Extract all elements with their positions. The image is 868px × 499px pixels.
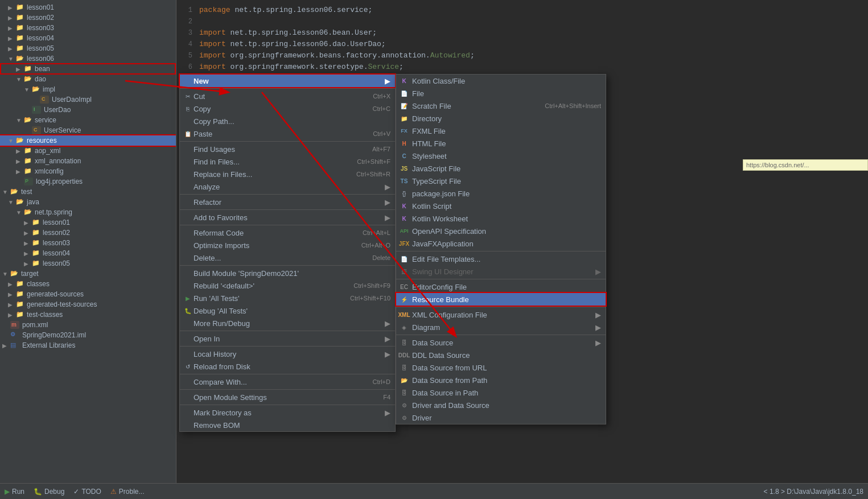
menu-item-local-history[interactable]: Local History ▶ <box>180 348 395 360</box>
new-menu-ds-in-path[interactable]: 🗄 Data Source in Path <box>396 386 606 399</box>
tree-arrow: ▼ <box>16 117 24 123</box>
tree-item-gen-sources[interactable]: ▶ 📁 generated-sources <box>0 289 176 299</box>
tree-item-dao[interactable]: ▼ 📂 dao <box>0 74 176 84</box>
menu-item-build[interactable]: Build Module 'SpringDemo2021' <box>180 267 395 279</box>
tree-item-log4j[interactable]: P log4j.properties <box>0 176 176 187</box>
new-menu-kotlin-script[interactable]: K Kotlin Script <box>396 200 606 212</box>
tree-item-t-lesson02[interactable]: ▶ 📁 lesson02 <box>0 228 176 238</box>
new-menu-js[interactable]: JS JavaScript File <box>396 162 606 175</box>
tree-item-service[interactable]: ▼ 📂 service <box>0 115 176 125</box>
menu-item-open-in[interactable]: Open In ▶ <box>180 332 395 345</box>
new-menu-xml-config[interactable]: XML XML Configuration File ▶ <box>396 308 606 321</box>
menu-item-delete[interactable]: Delete... Delete <box>180 251 395 264</box>
new-menu-data-source[interactable]: 🗄 Data Source ▶ <box>396 336 606 349</box>
context-menu[interactable]: New ▶ ✂ Cut Ctrl+X ⎘ Copy Ctrl+C Copy Pa… <box>179 74 396 432</box>
tree-item-xmlconfig[interactable]: ▶ 📁 xmlconfig <box>0 166 176 176</box>
tree-item-target[interactable]: ▼ 📂 target <box>0 269 176 279</box>
new-submenu[interactable]: K Kotlin Class/File 📄 File 📝 Scratch Fil… <box>396 74 606 424</box>
tree-item-t-lesson05[interactable]: ▶ 📁 lesson05 <box>0 258 176 269</box>
run-tab[interactable]: ▶ Run <box>5 488 24 496</box>
tree-item-test-classes[interactable]: ▶ 📁 test-classes <box>0 310 176 320</box>
tree-arrow: ▼ <box>16 209 24 216</box>
menu-item-copy[interactable]: ⎘ Copy Ctrl+C <box>180 102 395 115</box>
tree-item-t-lesson04[interactable]: ▶ 📁 lesson04 <box>0 248 176 258</box>
new-menu-edit-templates[interactable]: 📄 Edit File Templates... <box>396 253 606 265</box>
new-menu-scratch[interactable]: 📝 Scratch File Ctrl+Alt+Shift+Insert <box>396 100 606 112</box>
menu-item-mark-dir[interactable]: Mark Directory as ▶ <box>180 406 395 419</box>
new-menu-directory[interactable]: 📁 Directory <box>396 112 606 125</box>
tree-item-userdao[interactable]: I UserDao <box>0 105 176 115</box>
tree-item-t-lesson03[interactable]: ▶ 📁 lesson03 <box>0 238 176 248</box>
tree-item-netspring[interactable]: ▼ 📂 net.tp.spring <box>0 207 176 217</box>
tree-item-lesson05[interactable]: ▶ 📁 lesson05 <box>0 43 176 53</box>
new-menu-stylesheet[interactable]: C Stylesheet <box>396 150 606 162</box>
menu-item-run[interactable]: ▶ Run 'All Tests' Ctrl+Shift+F10 <box>180 292 395 304</box>
menu-item-remove-bom[interactable]: Remove BOM <box>180 419 395 431</box>
tree-item-impl[interactable]: ▼ 📂 impl <box>0 84 176 94</box>
menu-item-cut[interactable]: ✂ Cut Ctrl+X <box>180 90 395 102</box>
new-menu-ds-from-url[interactable]: 🗄 Data Source from URL <box>396 361 606 374</box>
new-menu-file[interactable]: 📄 File <box>396 87 606 100</box>
new-menu-ts[interactable]: TS TypeScript File <box>396 175 606 187</box>
menu-item-more-run[interactable]: More Run/Debug ▶ <box>180 317 395 329</box>
new-menu-openapi[interactable]: API OpenAPI Specification <box>396 225 606 237</box>
menu-item-copy-path[interactable]: Copy Path... <box>180 115 395 127</box>
tree-item-userservice[interactable]: C UserService <box>0 125 176 135</box>
new-menu-driver-ds[interactable]: ⚙ Driver and Data Source <box>396 399 606 411</box>
new-menu-driver[interactable]: ⚙ Driver <box>396 411 606 424</box>
new-menu-fxml[interactable]: FX FXML File <box>396 125 606 137</box>
debug-tab[interactable]: 🐛 Debug <box>34 488 64 496</box>
tree-item-lesson03[interactable]: ▶ 📁 lesson03 <box>0 23 176 33</box>
tree-item-java[interactable]: ▼ 📂 java <box>0 197 176 207</box>
menu-item-compare[interactable]: Compare With... Ctrl+D <box>180 376 395 388</box>
new-menu-kotlin-class[interactable]: K Kotlin Class/File <box>396 75 606 87</box>
tree-item-iml[interactable]: ⚙ SpringDemo2021.iml <box>0 330 176 340</box>
tree-item-test[interactable]: ▼ 📂 test <box>0 187 176 197</box>
tree-item-aop-xml[interactable]: ▶ 📁 aop_xml <box>0 146 176 156</box>
tree-item-lesson01[interactable]: ▶ 📁 lesson01 <box>0 2 176 13</box>
tree-item-bean[interactable]: ▶ 📁 bean <box>0 64 176 74</box>
new-menu-ddl-datasource[interactable]: DDL DDL Data Source <box>396 349 606 361</box>
new-menu-diagram[interactable]: ◈ Diagram ▶ <box>396 321 606 333</box>
menu-item-analyze[interactable]: Analyze ▶ <box>180 180 395 193</box>
menu-item-refactor[interactable]: Refactor ▶ <box>180 196 395 208</box>
menu-item-debug[interactable]: 🐛 Debug 'All Tests' <box>180 304 395 317</box>
problems-tab[interactable]: ⚠ Proble... <box>110 488 145 496</box>
new-menu-resource-bundle[interactable]: ⚡ Resource Bundle <box>396 293 606 306</box>
new-menu-javafx[interactable]: JFX JavaFXApplication <box>396 237 606 250</box>
tree-item-t-lesson01[interactable]: ▶ 📁 lesson01 <box>0 217 176 228</box>
tree-item-lesson06[interactable]: ▼ 📂 lesson06 <box>0 53 176 64</box>
tree-item-classes[interactable]: ▶ 📁 classes <box>0 279 176 289</box>
tree-arrow: ▶ <box>8 15 16 21</box>
tree-item-resources[interactable]: ▼ 📂 resources <box>0 135 176 146</box>
menu-item-reformat[interactable]: Reformat Code Ctrl+Alt+L <box>180 226 395 239</box>
tree-item-xml-annotation[interactable]: ▶ 📁 xml_annotation <box>0 156 176 166</box>
tooltip-box: https://blog.csdn.net/... <box>743 159 868 171</box>
tree-item-pom[interactable]: m pom.xml <box>0 320 176 330</box>
tree-item-lesson04[interactable]: ▶ 📁 lesson04 <box>0 33 176 43</box>
menu-item-replace-files[interactable]: Replace in Files... Ctrl+Shift+R <box>180 168 395 180</box>
tree-item-ext-libs[interactable]: ▶ ▤ External Libraries <box>0 340 176 350</box>
new-menu-ds-from-path[interactable]: 📂 Data Source from Path <box>396 374 606 386</box>
menu-item-rebuild[interactable]: Rebuild '<default>' Ctrl+Shift+F9 <box>180 279 395 292</box>
new-menu-html[interactable]: H HTML File <box>396 137 606 150</box>
project-tree[interactable]: ▶ 📁 lesson01 ▶ 📁 lesson02 ▶ 📁 lesson03 ▶… <box>0 0 176 483</box>
tree-arrow: ▶ <box>24 220 32 226</box>
new-menu-swing[interactable]: 🖼 Swing UI Designer ▶ <box>396 265 606 278</box>
new-menu-kotlin-worksheet[interactable]: K Kotlin Worksheet <box>396 212 606 225</box>
tree-arrow: ▶ <box>16 148 24 154</box>
tree-item-lesson02[interactable]: ▶ 📁 lesson02 <box>0 13 176 23</box>
menu-item-reload[interactable]: ↺ Reload from Disk <box>180 360 395 373</box>
tree-item-gen-test-sources[interactable]: ▶ 📁 generated-test-sources <box>0 299 176 310</box>
menu-item-find-usages[interactable]: Find Usages Alt+F7 <box>180 143 395 155</box>
menu-item-module-settings[interactable]: Open Module Settings F4 <box>180 391 395 403</box>
new-menu-package-json[interactable]: {} package.json File <box>396 187 606 200</box>
menu-item-paste[interactable]: 📋 Paste Ctrl+V <box>180 127 395 140</box>
menu-item-favorites[interactable]: Add to Favorites ▶ <box>180 211 395 224</box>
tree-item-userdaoimpl[interactable]: C UserDaoImpl <box>0 94 176 105</box>
new-menu-editorconfig[interactable]: EC EditorConfig File <box>396 281 606 293</box>
menu-item-find-files[interactable]: Find in Files... Ctrl+Shift+F <box>180 155 395 168</box>
todo-tab[interactable]: ✓ TODO <box>73 488 101 496</box>
menu-item-optimize[interactable]: Optimize Imports Ctrl+Alt+O <box>180 239 395 251</box>
menu-item-new[interactable]: New ▶ <box>180 75 395 87</box>
